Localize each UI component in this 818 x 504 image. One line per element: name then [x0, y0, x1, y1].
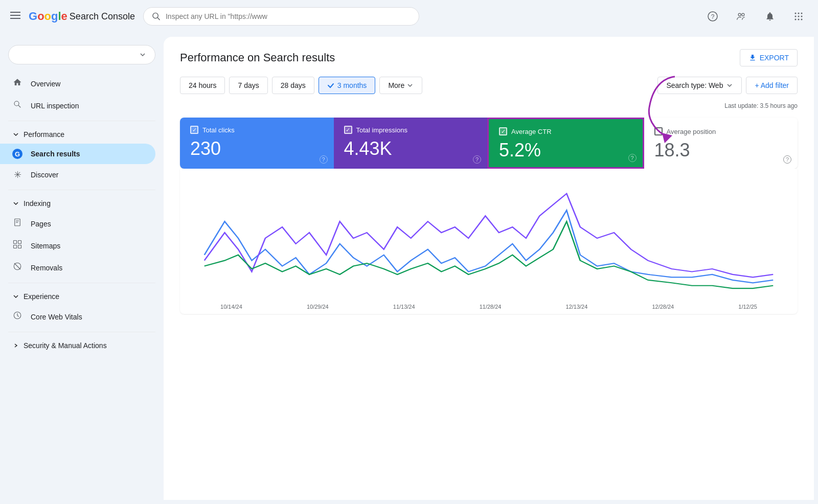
clicks-label: Total clicks: [190, 126, 324, 134]
hamburger-menu[interactable]: [10, 10, 20, 23]
sidebar-item-overview-label: Overview: [31, 80, 60, 88]
sidebar-indexing-header[interactable]: Indexing: [0, 194, 164, 213]
metrics-row: Total clicks 230 ? Total impressions 4.4…: [180, 118, 798, 169]
chart-label-6: 1/12/25: [738, 304, 757, 310]
svg-rect-1: [10, 15, 20, 16]
chart-label-3: 11/28/24: [480, 304, 502, 310]
chart-label-5: 12/28/24: [652, 304, 674, 310]
sidebar-item-url-inspection[interactable]: URL inspection: [0, 95, 155, 117]
position-value: 18.3: [654, 140, 788, 161]
last-update: Last update: 3.5 hours ago: [180, 102, 798, 109]
url-inspect-input[interactable]: [166, 12, 411, 20]
sidebar-item-url-label: URL inspection: [31, 102, 79, 110]
metric-impressions[interactable]: Total impressions 4.43K ?: [334, 118, 488, 169]
ctr-value: 5.2%: [499, 140, 632, 161]
clicks-checkbox[interactable]: [190, 126, 198, 134]
sidebar-item-core-web-vitals[interactable]: Core Web Vitals: [0, 306, 155, 328]
svg-point-11: [801, 13, 803, 14]
sidebar-item-search-results-label: Search results: [31, 150, 80, 158]
experience-chevron-icon: [12, 293, 19, 300]
svg-line-19: [18, 105, 20, 107]
ctr-checkbox[interactable]: [499, 127, 507, 135]
svg-point-10: [798, 13, 800, 14]
clicks-value: 230: [190, 138, 324, 159]
divider-2: [8, 190, 155, 190]
sidebar-item-pages-label: Pages: [31, 220, 51, 228]
chart-label-1: 10/29/24: [307, 304, 329, 310]
sidebar-item-pages[interactable]: Pages: [0, 213, 155, 235]
google-g-icon: G: [12, 149, 22, 159]
layout: Overview URL inspection Performance G Se…: [0, 33, 818, 504]
sidebar-performance-header[interactable]: Performance: [0, 125, 164, 144]
indexing-header-label: Indexing: [24, 199, 51, 208]
sidebar-item-discover[interactable]: ✳ Discover: [0, 164, 155, 186]
add-filter-button[interactable]: + Add filter: [746, 77, 798, 94]
url-inspect-bar[interactable]: [143, 7, 419, 26]
impressions-checkbox[interactable]: [344, 126, 352, 134]
sidebar-item-search-results[interactable]: G Search results: [0, 144, 155, 164]
pages-icon: [12, 218, 22, 230]
checkmark-icon: [327, 82, 334, 89]
svg-rect-26: [18, 245, 21, 248]
sitemaps-icon: [12, 240, 22, 251]
time-3months[interactable]: 3 months: [319, 77, 376, 94]
filter-right: Search type: Web + Add filter: [657, 77, 798, 94]
chevron-down-small-icon: [12, 131, 19, 138]
sidebar-item-cwv-label: Core Web Vitals: [31, 313, 82, 321]
sidebar-security-header[interactable]: Security & Manual Actions: [0, 336, 164, 355]
account-icon[interactable]: [732, 7, 751, 26]
divider-3: [8, 283, 155, 283]
sidebar-experience-header[interactable]: Experience: [0, 287, 164, 306]
export-button[interactable]: EXPORT: [740, 49, 798, 66]
position-label: Average position: [654, 127, 788, 135]
impressions-help[interactable]: ?: [473, 155, 481, 164]
page-title: Performance on Search results: [180, 51, 335, 64]
indexing-chevron-icon: [12, 200, 19, 207]
time-7days[interactable]: 7 days: [229, 77, 267, 94]
clicks-help[interactable]: ?: [320, 155, 328, 164]
help-icon[interactable]: ?: [703, 7, 722, 26]
time-24hours[interactable]: 24 hours: [180, 77, 225, 94]
svg-line-28: [14, 263, 20, 269]
svg-rect-2: [10, 18, 20, 19]
sidebar-item-removals[interactable]: Removals: [0, 257, 155, 279]
apps-icon[interactable]: [789, 7, 808, 26]
position-help[interactable]: ?: [783, 155, 791, 164]
metric-clicks[interactable]: Total clicks 230 ?: [180, 118, 334, 169]
svg-point-9: [795, 13, 797, 14]
svg-point-12: [795, 16, 797, 17]
svg-point-15: [795, 19, 797, 20]
position-checkbox[interactable]: [654, 127, 663, 135]
chart-label-4: 12/13/24: [566, 304, 588, 310]
svg-rect-23: [14, 241, 17, 244]
notifications-icon[interactable]: [761, 7, 779, 26]
app-title: Search Console: [70, 11, 135, 22]
svg-rect-24: [18, 241, 21, 244]
property-selector[interactable]: [8, 45, 155, 64]
divider-1: [8, 121, 155, 121]
sidebar: Overview URL inspection Performance G Se…: [0, 33, 164, 504]
metric-ctr[interactable]: Average CTR 5.2% ?: [487, 118, 644, 169]
svg-point-17: [801, 19, 803, 20]
performance-header-label: Performance: [24, 130, 64, 139]
url-inspect-icon: [12, 100, 22, 111]
security-chevron-icon: [12, 342, 19, 349]
search-type-filter[interactable]: Search type: Web: [657, 77, 742, 94]
experience-header-label: Experience: [24, 292, 59, 301]
svg-point-8: [742, 13, 744, 16]
home-icon: [12, 78, 22, 89]
core-web-vitals-icon: [12, 311, 22, 323]
logo: Google Search Console: [29, 10, 135, 23]
sidebar-item-overview[interactable]: Overview: [0, 73, 155, 95]
ctr-help[interactable]: ?: [628, 154, 637, 162]
metric-position[interactable]: Average position 18.3 ?: [644, 118, 798, 169]
dropdown-icon: [406, 82, 414, 89]
svg-point-16: [798, 19, 800, 20]
time-more[interactable]: More: [379, 77, 422, 94]
sidebar-item-sitemaps[interactable]: Sitemaps: [0, 235, 155, 257]
page-header: Performance on Search results EXPORT: [180, 49, 798, 66]
discover-icon: ✳: [12, 169, 22, 180]
chart-area: 10/14/24 10/29/24 11/13/24 11/28/24 12/1…: [180, 169, 798, 314]
search-icon: [152, 12, 161, 21]
time-28days[interactable]: 28 days: [272, 77, 314, 94]
